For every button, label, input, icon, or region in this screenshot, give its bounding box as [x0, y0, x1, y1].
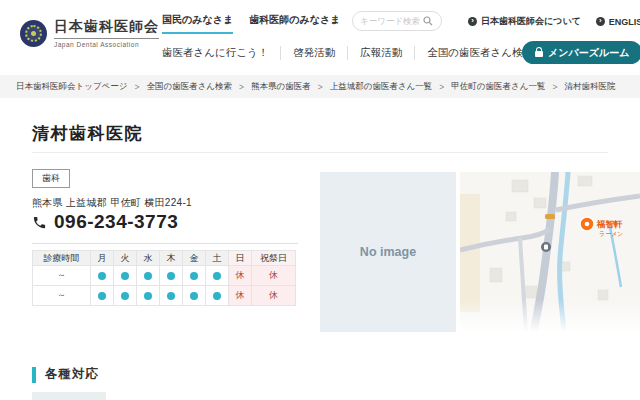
clinic-photo-placeholder: No image: [320, 172, 456, 332]
support-tag-partial: [32, 392, 106, 400]
breadcrumb-item[interactable]: 上益城郡の歯医者さん一覧: [330, 81, 433, 93]
schedule-col-header: 金: [183, 251, 206, 266]
schedule-body: ～休休～休休: [33, 266, 296, 306]
phone-number: 096-234-3773: [54, 211, 178, 233]
breadcrumb-separator: >: [239, 82, 244, 92]
logo-subtitle: Japan Dental Association: [54, 38, 159, 48]
site-header: 日本歯科医師会 Japan Dental Association 国民のみなさま…: [0, 0, 640, 75]
schedule-open-cell: [183, 286, 206, 306]
breadcrumb-separator: >: [439, 82, 444, 92]
members-room-label: メンバーズルーム: [548, 46, 629, 60]
schedule-open-cell: [137, 266, 160, 286]
secondary-nav-item[interactable]: 啓発活動: [280, 46, 347, 60]
breadcrumb-item[interactable]: 熊本県の歯医者: [251, 81, 311, 93]
open-dot-icon: [98, 272, 106, 280]
schedule-col-header: 火: [114, 251, 137, 266]
schedule-open-cell: [160, 286, 183, 306]
schedule-closed-cell: 休: [252, 286, 296, 306]
schedule-col-header: 月: [91, 251, 114, 266]
secondary-nav: 歯医者さんに行こう！啓発活動広報活動全国の歯医者さん検索: [162, 44, 545, 62]
primary-tab[interactable]: 国民のみなさま: [162, 13, 233, 34]
lock-icon: [535, 51, 543, 57]
jda-emblem-icon: [20, 20, 47, 47]
utility-link-label: ENGLISH: [609, 17, 640, 27]
breadcrumb-item[interactable]: 日本歯科医師会トップページ: [16, 81, 128, 93]
schedule-open-cell: [114, 286, 137, 306]
search-input[interactable]: [360, 16, 420, 26]
utility-link-label: 日本歯科医師会について: [481, 15, 581, 28]
schedule-open-cell: [91, 266, 114, 286]
breadcrumb-item[interactable]: 甲佐町の歯医者さん一覧: [451, 81, 545, 93]
utility-link[interactable]: ENGLISH: [596, 15, 640, 28]
schedule-row: ～休休: [33, 266, 296, 286]
primary-tab[interactable]: 歯科医師のみなさま: [249, 13, 340, 34]
logo-title: 日本歯科医師会: [54, 18, 159, 36]
map-panel[interactable]: 福智軒 ラーメン: [460, 172, 640, 332]
open-dot-icon: [167, 272, 175, 280]
open-dot-icon: [121, 272, 129, 280]
bus-stop-icon: [541, 242, 551, 252]
map-image: 福智軒 ラーメン: [460, 172, 640, 332]
schedule-time-cell: ～: [33, 286, 91, 306]
open-dot-icon: [213, 272, 221, 280]
open-dot-icon: [213, 292, 221, 300]
schedule-open-cell: [206, 266, 229, 286]
support-section-heading: 各種対応: [32, 366, 99, 383]
search-icon[interactable]: [423, 16, 433, 26]
breadcrumb-separator: >: [318, 82, 323, 92]
heading-accent-bar: [32, 367, 36, 383]
arrow-circle-icon: [468, 17, 477, 26]
open-dot-icon: [144, 292, 152, 300]
open-dot-icon: [121, 292, 129, 300]
schedule-col-header: 祝祭日: [252, 251, 296, 266]
schedule-open-cell: [114, 266, 137, 286]
secondary-nav-item[interactable]: 広報活動: [347, 46, 414, 60]
utility-link[interactable]: 日本歯科医師会について: [468, 15, 581, 28]
title-divider: [32, 152, 608, 153]
schedule-open-cell: [137, 286, 160, 306]
page-title: 清村歯科医院: [32, 122, 143, 145]
breadcrumb-separator: >: [135, 82, 140, 92]
schedule-closed-cell: 休: [252, 266, 296, 286]
schedule-col-header: 診療時間: [33, 251, 91, 266]
map-road-sign-icon: [545, 214, 555, 219]
members-room-button[interactable]: メンバーズルーム: [522, 41, 640, 64]
secondary-nav-item[interactable]: 歯医者さんに行こう！: [162, 46, 280, 60]
schedule-col-header: 土: [206, 251, 229, 266]
svg-text:福智軒: 福智軒: [596, 219, 623, 229]
clinic-address: 熊本県 上益城郡 甲佐町 横田224-1: [32, 196, 192, 210]
keyword-search-box[interactable]: [352, 11, 442, 31]
schedule-time-cell: ～: [33, 266, 91, 286]
arrow-circle-icon: [596, 17, 605, 26]
support-section-title: 各種対応: [45, 366, 99, 383]
category-tag: 歯科: [32, 169, 70, 188]
schedule-table: 診療時間月火水木金土日祝祭日 ～休休～休休: [32, 250, 296, 306]
primary-nav: 国民のみなさま歯科医師のみなさま: [162, 13, 340, 34]
open-dot-icon: [144, 272, 152, 280]
breadcrumb-item[interactable]: 全国の歯医者さん検索: [146, 81, 232, 93]
schedule-open-cell: [206, 286, 229, 306]
clinic-phone[interactable]: 096-234-3773: [32, 211, 178, 233]
site-logo[interactable]: 日本歯科医師会 Japan Dental Association: [20, 18, 159, 48]
open-dot-icon: [167, 292, 175, 300]
schedule-col-header: 日: [229, 251, 252, 266]
open-dot-icon: [98, 292, 106, 300]
restaurant-poi-icon: [580, 217, 594, 231]
breadcrumb-item: 清村歯科医院: [564, 81, 615, 93]
breadcrumb-separator: >: [552, 82, 557, 92]
logo-text: 日本歯科医師会 Japan Dental Association: [54, 18, 159, 48]
schedule-col-header: 水: [137, 251, 160, 266]
schedule-row: ～休休: [33, 286, 296, 306]
no-image-label: No image: [360, 245, 416, 259]
schedule-closed-cell: 休: [229, 266, 252, 286]
open-dot-icon: [190, 292, 198, 300]
schedule-closed-cell: 休: [229, 286, 252, 306]
breadcrumb: 日本歯科医師会トップページ>全国の歯医者さん検索>熊本県の歯医者>上益城郡の歯医…: [0, 75, 640, 98]
schedule-col-header: 木: [160, 251, 183, 266]
utility-links: 日本歯科医師会についてENGLISH: [468, 15, 640, 28]
schedule-open-cell: [183, 266, 206, 286]
schedule-header-row: 診療時間月火水木金土日祝祭日: [33, 251, 296, 266]
svg-text:ラーメン: ラーメン: [599, 231, 623, 237]
schedule-open-cell: [91, 286, 114, 306]
open-dot-icon: [190, 272, 198, 280]
